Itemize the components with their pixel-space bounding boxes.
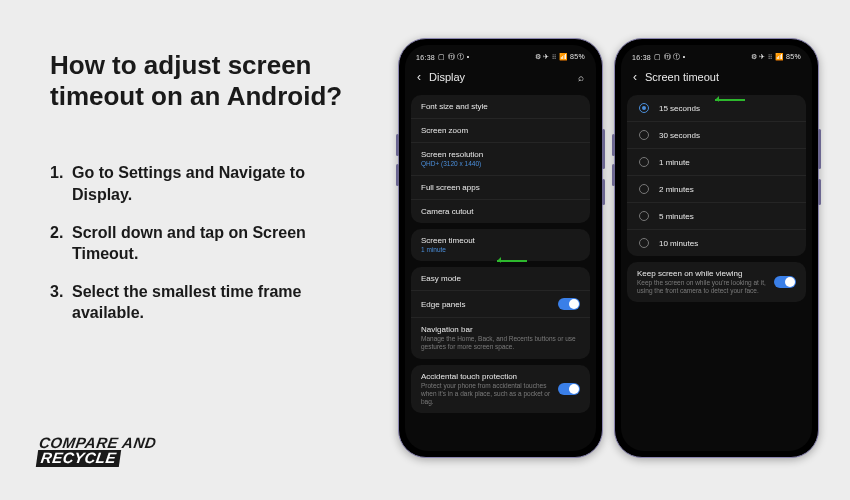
toggle-edge-panels[interactable] (558, 298, 580, 310)
sub-res: QHD+ (3120 x 1440) (421, 160, 580, 168)
step-2: Scroll down and tap on Screen Timeout. (50, 222, 360, 265)
steps-list: Go to Settings and Navigate to Display. … (50, 162, 360, 324)
radio-icon (639, 157, 649, 167)
screen-title: Display (429, 71, 570, 83)
status-time: 16:38 (416, 54, 435, 61)
option-2-minutes[interactable]: 2 minutes (627, 176, 806, 203)
label-nav: Navigation bar (421, 325, 580, 334)
row-edge-panels[interactable]: Edge panels (411, 291, 590, 318)
label-zoom: Screen zoom (421, 126, 468, 135)
label-full: Full screen apps (421, 183, 480, 192)
logo-line1: COMPARE AND (38, 436, 157, 450)
status-bar: 16:38▢ ⓜ ⓕ • ⚙ ✈ ⁝⁝ 📶 85% (405, 45, 596, 65)
row-easy-mode[interactable]: Easy mode (411, 267, 590, 291)
option-label: 1 minute (659, 158, 690, 167)
side-button (818, 179, 821, 205)
label-touch: Accidental touch protection (421, 372, 552, 381)
logo: COMPARE AND RECYCLE (36, 436, 157, 467)
search-icon[interactable]: ⌕ (578, 72, 584, 83)
option-label: 30 seconds (659, 131, 700, 140)
row-navigation-bar[interactable]: Navigation barManage the Home, Back, and… (411, 318, 590, 358)
option-label: 2 minutes (659, 185, 694, 194)
step-3: Select the smallest time frame available… (50, 281, 360, 324)
label-keep-screen: Keep screen on while viewing (637, 269, 768, 278)
row-font-size[interactable]: Font size and style (411, 95, 590, 119)
page-title: How to adjust screen timeout on an Andro… (50, 50, 360, 112)
sub-touch: Protect your phone from accidental touch… (421, 382, 552, 406)
status-right-icons: ⚙ ✈ ⁝⁝ 📶 85% (535, 53, 585, 61)
back-icon[interactable]: ‹ (417, 71, 421, 83)
arrow-highlight (497, 260, 527, 262)
option-30-seconds[interactable]: 30 seconds (627, 122, 806, 149)
label-edge: Edge panels (421, 300, 465, 309)
option-label: 15 seconds (659, 104, 700, 113)
radio-icon (639, 238, 649, 248)
sub-timeout: 1 minute (421, 246, 580, 254)
vol-up-button (612, 134, 615, 156)
option-5-minutes[interactable]: 5 minutes (627, 203, 806, 230)
status-bar: 16:38▢ ⓜ ⓕ • ⚙ ✈ ⁝⁝ 📶 85% (621, 45, 812, 65)
option-label: 5 minutes (659, 212, 694, 221)
label-res: Screen resolution (421, 150, 580, 159)
toggle-accidental-touch[interactable] (558, 383, 580, 395)
back-icon[interactable]: ‹ (633, 71, 637, 83)
power-button (602, 129, 605, 169)
screen-title: Screen timeout (645, 71, 800, 83)
label-cutout: Camera cutout (421, 207, 473, 216)
option-10-minutes[interactable]: 10 minutes (627, 230, 806, 256)
vol-up-button (396, 134, 399, 156)
label-easy: Easy mode (421, 274, 461, 283)
radio-icon (639, 130, 649, 140)
row-keep-screen-on[interactable]: Keep screen on while viewing Keep the sc… (627, 262, 806, 302)
label-font: Font size and style (421, 102, 488, 111)
status-time: 16:38 (632, 54, 651, 61)
power-button (818, 129, 821, 169)
status-left-icons: ▢ ⓜ ⓕ • (438, 52, 469, 62)
radio-icon (639, 211, 649, 221)
arrow-highlight (715, 99, 745, 101)
vol-down-button (612, 164, 615, 186)
sub-nav: Manage the Home, Back, and Recents butto… (421, 335, 580, 351)
label-timeout: Screen timeout (421, 236, 580, 245)
toggle-keep-screen[interactable] (774, 276, 796, 288)
row-screen-resolution[interactable]: Screen resolutionQHD+ (3120 x 1440) (411, 143, 590, 176)
phone-screen-timeout: 16:38▢ ⓜ ⓕ • ⚙ ✈ ⁝⁝ 📶 85% ‹ Screen timeo… (614, 38, 819, 458)
row-screen-zoom[interactable]: Screen zoom (411, 119, 590, 143)
status-right-icons: ⚙ ✈ ⁝⁝ 📶 85% (751, 53, 801, 61)
logo-line2: RECYCLE (36, 450, 121, 466)
step-1: Go to Settings and Navigate to Display. (50, 162, 360, 205)
phone-display-settings: 16:38▢ ⓜ ⓕ • ⚙ ✈ ⁝⁝ 📶 85% ‹ Display ⌕ Fo… (398, 38, 603, 458)
radio-icon (639, 103, 649, 113)
sub-keep-screen: Keep the screen on while you're looking … (637, 279, 768, 295)
status-left-icons: ▢ ⓜ ⓕ • (654, 52, 685, 62)
side-button (602, 179, 605, 205)
row-full-screen-apps[interactable]: Full screen apps (411, 176, 590, 200)
vol-down-button (396, 164, 399, 186)
radio-icon (639, 184, 649, 194)
row-camera-cutout[interactable]: Camera cutout (411, 200, 590, 223)
option-label: 10 minutes (659, 239, 698, 248)
option-1-minute[interactable]: 1 minute (627, 149, 806, 176)
row-accidental-touch[interactable]: Accidental touch protectionProtect your … (411, 365, 590, 413)
